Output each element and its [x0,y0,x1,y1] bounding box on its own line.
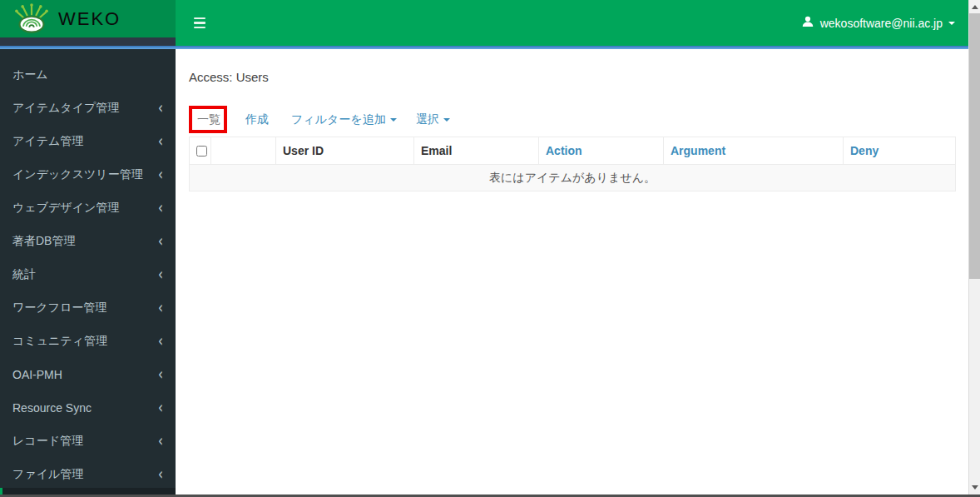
tab-label: 一覧 [197,112,220,127]
sidebar-item-label: ワークフロー管理 [12,301,106,316]
empty-row: 表にはアイテムがありません。 [190,165,956,191]
page-title: Access: Users [189,70,269,84]
chevron-left-icon: ‹ [158,166,163,183]
tab-label: 作成 [245,112,269,127]
chevron-left-icon: ‹ [158,200,163,216]
column-header-argument[interactable]: Argument [664,137,844,165]
chevron-left-icon: ‹ [158,333,163,350]
users-table: User ID Email Action Argument Deny 表にはアイ… [189,137,956,191]
sidebar-item-label: OAI-PMH [12,368,62,381]
scrollbar-thumb[interactable] [969,13,980,279]
sidebar-item-label: 著者DB管理 [12,234,75,249]
sidebar-item-resource-sync[interactable]: Resource Sync ‹ [0,391,176,425]
column-header-email: Email [414,137,539,165]
chevron-left-icon: ‹ [158,100,163,117]
sidebar-item-label: コミュニティ管理 [12,334,107,349]
tab-create[interactable]: 作成 [245,112,269,127]
sidebar: ホーム アイテムタイプ管理 ‹ アイテム管理 ‹ インデックスツリー管理 ‹ ウ… [0,49,176,497]
caret-down-icon [390,118,397,122]
chevron-left-icon: ‹ [158,466,163,483]
sidebar-item-indextree-mgmt[interactable]: インデックスツリー管理 ‹ [0,158,176,191]
sidebar-item-itemtype-mgmt[interactable]: アイテムタイプ管理 ‹ [0,92,176,125]
sidebar-item-oai-pmh[interactable]: OAI-PMH ‹ [0,358,176,391]
column-label: User ID [283,144,324,157]
sidebar-top-strip [0,37,176,46]
sidebar-item-label: ファイル管理 [12,467,83,482]
sort-link: Deny [850,144,879,157]
user-email: wekosoftware@nii.ac.jp [820,17,943,30]
chevron-left-icon: ‹ [158,233,163,250]
sort-link: Action [546,144,582,157]
select-all-cell [190,137,211,165]
sidebar-item-home[interactable]: ホーム [0,58,176,92]
chevron-left-icon: ‹ [158,400,163,416]
actions-column-header [211,137,276,165]
sidebar-item-community-mgmt[interactable]: コミュニティ管理 ‹ [0,325,176,358]
chevron-left-icon: ‹ [158,433,163,450]
sidebar-item-label: アイテムタイプ管理 [12,101,119,116]
sort-link: Argument [671,144,725,157]
column-label: Email [421,144,452,157]
sidebar-item-record-mgmt[interactable]: レコード管理 ‹ [0,425,176,458]
scroll-down-button[interactable] [969,481,980,495]
scroll-up-icon [972,5,978,9]
brand-name: WEKO [58,8,121,30]
vertical-scrollbar[interactable] [968,0,980,497]
sidebar-item-file-mgmt[interactable]: ファイル管理 ‹ [0,458,176,491]
sidebar-item-statistics[interactable]: 統計 ‹ [0,258,176,291]
weko-logo-icon [13,2,50,36]
sidebar-item-label: ウェブデザイン管理 [12,201,119,216]
top-navbar: wekosoftware@nii.ac.jp [176,0,968,46]
column-header-deny[interactable]: Deny [844,137,956,165]
tab-list[interactable]: 一覧 [197,112,220,127]
scroll-up-button[interactable] [969,0,980,13]
user-icon [801,15,814,31]
chevron-left-icon: ‹ [158,300,163,316]
sidebar-item-authordb-mgmt[interactable]: 著者DB管理 ‹ [0,225,176,258]
sidebar-item-webdesign-mgmt[interactable]: ウェブデザイン管理 ‹ [0,191,176,225]
tab-add-filter[interactable]: フィルターを追加 [291,112,397,127]
column-header-user-id: User ID [276,137,414,165]
tab-with-selected[interactable]: 選択 [416,112,450,127]
chevron-left-icon: ‹ [158,133,163,150]
sidebar-item-item-mgmt[interactable]: アイテム管理 ‹ [0,125,176,158]
chevron-left-icon: ‹ [158,366,163,383]
tab-label: 選択 [416,112,439,127]
empty-message: 表にはアイテムがありません。 [190,165,956,191]
sidebar-item-workflow-mgmt[interactable]: ワークフロー管理 ‹ [0,291,176,325]
chevron-left-icon: ‹ [158,266,163,283]
main-content: Access: Users 一覧 作成 フィルターを追加 選択 User ID [176,49,968,495]
sidebar-item-label: Resource Sync [12,401,92,415]
caret-down-icon [443,118,450,122]
tab-label: フィルターを追加 [291,112,386,127]
sidebar-item-label: ホーム [12,67,48,82]
scroll-down-icon [972,485,978,490]
sidebar-item-label: レコード管理 [12,434,83,449]
user-menu[interactable]: wekosoftware@nii.ac.jp [801,0,955,46]
hamburger-icon[interactable] [182,0,217,46]
sidebar-item-label: インデックスツリー管理 [12,167,143,182]
sidebar-item-label: 統計 [12,267,36,282]
select-all-checkbox[interactable] [196,146,207,157]
caret-down-icon [948,22,955,25]
column-header-action[interactable]: Action [539,137,664,165]
brand-logo[interactable]: WEKO [0,0,176,37]
table-header-row: User ID Email Action Argument Deny [190,137,956,165]
sidebar-item-label: アイテム管理 [12,134,83,149]
